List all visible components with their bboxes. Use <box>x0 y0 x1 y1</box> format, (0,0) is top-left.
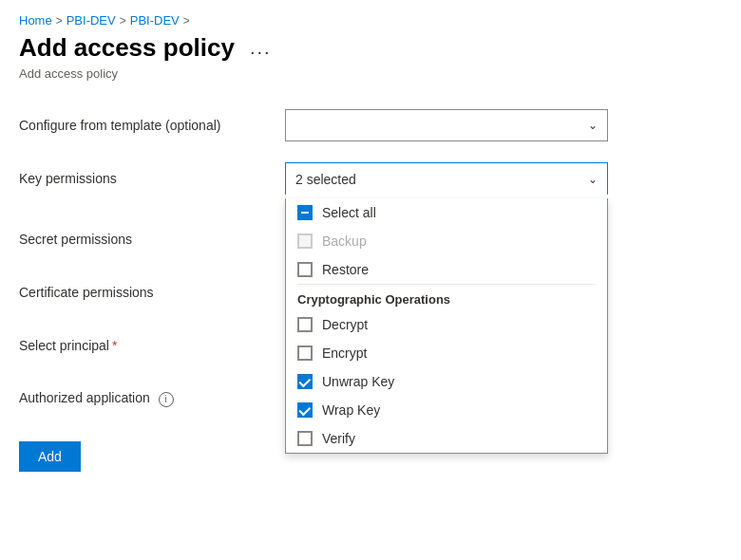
select-all-label: Select all <box>322 205 376 220</box>
wrap-key-label: Wrap Key <box>322 402 380 418</box>
configure-template-row: Configure from template (optional) ⌄ <box>19 109 722 141</box>
key-permissions-dropdown[interactable]: 2 selected ⌄ <box>285 162 608 195</box>
menu-item-select-all[interactable]: Select all <box>286 198 607 227</box>
breadcrumb-sep3: > <box>183 14 190 28</box>
menu-item-encrypt[interactable]: Encrypt <box>286 339 607 367</box>
breadcrumb-home[interactable]: Home <box>19 13 52 28</box>
configure-template-dropdown[interactable]: ⌄ <box>285 109 608 141</box>
checkbox-encrypt[interactable] <box>297 345 313 361</box>
unwrap-key-label: Unwrap Key <box>322 374 394 389</box>
menu-item-wrap-key[interactable]: Wrap Key <box>286 396 607 424</box>
configure-template-label: Configure from template (optional) <box>19 118 285 133</box>
key-permissions-label: Key permissions <box>19 171 285 186</box>
backup-label: Backup <box>322 233 367 249</box>
breadcrumb: Home > PBI-DEV > PBI-DEV > <box>0 0 741 33</box>
ellipsis-button[interactable]: ... <box>244 35 277 61</box>
menu-item-verify[interactable]: Verify <box>286 424 607 453</box>
certificate-permissions-label: Certificate permissions <box>19 285 285 300</box>
menu-item-unwrap-key[interactable]: Unwrap Key <box>286 367 607 396</box>
menu-item-restore[interactable]: Restore <box>286 255 607 284</box>
checkbox-decrypt[interactable] <box>297 317 313 332</box>
breadcrumb-pbi1[interactable]: PBI-DEV <box>66 13 116 28</box>
secret-permissions-label: Secret permissions <box>19 232 285 247</box>
menu-item-backup[interactable]: Backup <box>286 227 607 255</box>
select-principal-label: Select principal* <box>19 338 285 353</box>
verify-label: Verify <box>322 431 355 446</box>
breadcrumb-pbi2[interactable]: PBI-DEV <box>130 13 180 28</box>
key-permissions-value: 2 selected <box>295 172 356 187</box>
decrypt-label: Decrypt <box>322 317 368 332</box>
checkbox-restore[interactable] <box>297 262 313 277</box>
page-title: Add access policy <box>19 33 235 63</box>
configure-template-chevron-icon: ⌄ <box>588 119 598 132</box>
breadcrumb-sep2: > <box>120 14 126 28</box>
checkbox-unwrap-key[interactable] <box>297 374 313 389</box>
info-icon[interactable]: i <box>159 392 174 407</box>
key-permissions-chevron-icon: ⌄ <box>588 173 598 186</box>
key-permissions-menu: Select all Backup Restore Cryptographic … <box>285 198 608 454</box>
authorized-application-label: Authorized application i <box>19 390 285 407</box>
cryptographic-header: Cryptographic Operations <box>286 285 607 310</box>
encrypt-label: Encrypt <box>322 345 367 361</box>
add-button[interactable]: Add <box>19 441 81 472</box>
menu-item-decrypt[interactable]: Decrypt <box>286 310 607 339</box>
required-indicator: * <box>112 338 117 353</box>
breadcrumb-sep1: > <box>56 14 63 28</box>
key-permissions-menu-inner: Select all Backup Restore Cryptographic … <box>286 198 607 453</box>
checkbox-backup[interactable] <box>297 233 313 249</box>
restore-label: Restore <box>322 262 369 277</box>
checkbox-wrap-key[interactable] <box>297 402 313 418</box>
page-subtitle: Add access policy <box>0 66 741 100</box>
checkbox-verify[interactable] <box>297 431 313 446</box>
checkbox-select-all[interactable] <box>297 205 313 220</box>
key-permissions-row: Key permissions 2 selected ⌄ Select all … <box>19 162 722 195</box>
